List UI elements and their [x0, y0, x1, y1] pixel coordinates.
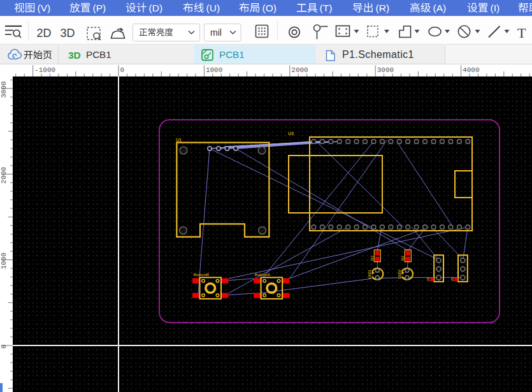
svg-text:(I): (I): [491, 3, 500, 13]
svg-text:1000: 1000: [0, 252, 8, 269]
svg-text:ButtonB: ButtonB: [194, 272, 210, 277]
svg-text:-1000: -1000: [34, 66, 55, 74]
svg-text:(U): (U): [206, 3, 220, 13]
svg-text:ButtonA: ButtonA: [255, 272, 271, 277]
svg-text:(R): (R): [376, 3, 390, 13]
svg-text:(P): (P): [93, 3, 106, 13]
svg-text:T: T: [517, 25, 526, 41]
svg-text:LED2: LED2: [398, 270, 401, 279]
svg-text:2000: 2000: [291, 66, 308, 74]
svg-text:R1: R1: [370, 256, 374, 261]
svg-text:(A): (A): [433, 3, 447, 13]
svg-text:3000: 3000: [0, 81, 8, 98]
svg-text:U3: U3: [288, 131, 294, 136]
svg-text:2D: 2D: [37, 27, 52, 40]
svg-text:(D): (D): [149, 3, 163, 13]
svg-text:3000: 3000: [377, 66, 394, 74]
svg-text:(T): (T): [320, 3, 333, 13]
svg-text:J1: J1: [426, 277, 430, 281]
svg-text:PCB1: PCB1: [219, 49, 245, 60]
svg-text:4000: 4000: [463, 66, 479, 74]
svg-text:J2: J2: [450, 277, 454, 281]
svg-text:1000: 1000: [206, 66, 222, 74]
svg-text:0: 0: [120, 66, 125, 74]
svg-text:(V): (V): [38, 3, 51, 13]
svg-text:R2: R2: [401, 256, 405, 261]
svg-text:0: 0: [0, 344, 8, 349]
svg-text:PCB1: PCB1: [86, 49, 111, 60]
svg-text:LED1: LED1: [368, 270, 371, 279]
svg-text:3D: 3D: [68, 50, 81, 61]
svg-text:P1.Schematic1: P1.Schematic1: [342, 49, 414, 60]
svg-text:(O): (O): [262, 3, 277, 13]
svg-text:U1: U1: [176, 138, 182, 142]
svg-text:mil: mil: [210, 27, 222, 38]
svg-text:3D: 3D: [61, 27, 75, 40]
svg-text:2000: 2000: [0, 167, 8, 184]
